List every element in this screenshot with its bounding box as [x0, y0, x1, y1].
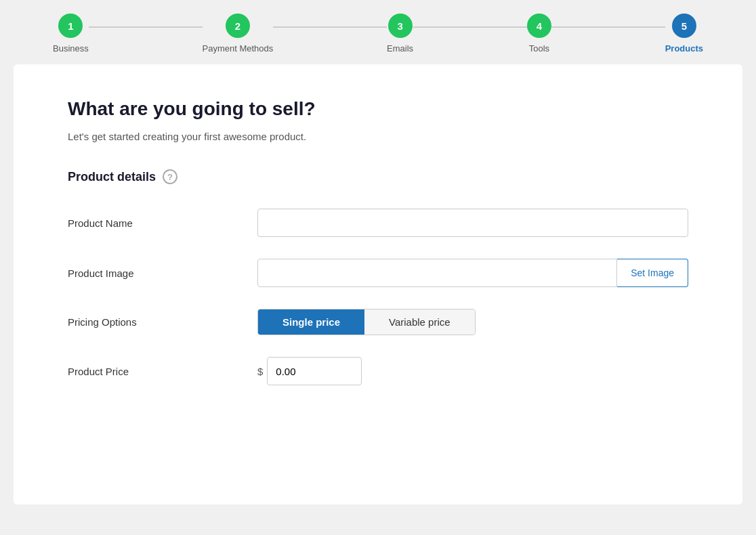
page-title: What are you going to sell?	[68, 98, 688, 120]
help-icon[interactable]: ?	[163, 169, 177, 184]
step-1-circle: 1	[58, 14, 83, 38]
main-card: What are you going to sell? Let's get st…	[14, 64, 742, 505]
step-line-1	[89, 26, 203, 28]
single-price-button[interactable]: Single price	[258, 309, 364, 335]
product-name-control	[257, 209, 688, 237]
currency-symbol: $	[257, 366, 263, 377]
step-4-circle: 4	[527, 14, 551, 38]
question-mark: ?	[167, 172, 173, 182]
product-name-row: Product Name	[68, 209, 688, 237]
step-2-label: Payment Methods	[203, 43, 274, 53]
image-input-wrap: Set Image	[257, 259, 688, 287]
step-5[interactable]: 5 Products	[665, 14, 703, 53]
pricing-options-row: Pricing Options Single price Variable pr…	[68, 309, 688, 335]
step-line-3	[413, 26, 527, 28]
step-line-4	[551, 26, 665, 28]
stepper: 1 Business 2 Payment Methods 3 Emails 4 …	[0, 0, 756, 64]
step-2-circle: 2	[226, 14, 250, 38]
pricing-options-label: Pricing Options	[68, 316, 257, 328]
product-image-row: Product Image Set Image	[68, 259, 688, 287]
set-image-button[interactable]: Set Image	[617, 259, 688, 287]
page-subtitle: Let's get started creating your first aw…	[68, 131, 688, 142]
step-1[interactable]: 1 Business	[53, 14, 89, 53]
step-3-circle: 3	[388, 14, 413, 38]
pricing-options-control: Single price Variable price	[257, 309, 688, 335]
section-title: Product details	[68, 170, 156, 184]
step-5-circle: 5	[672, 14, 696, 38]
step-4[interactable]: 4 Tools	[527, 14, 551, 53]
section-title-row: Product details ?	[68, 169, 688, 184]
price-input-wrap: $	[257, 357, 688, 385]
step-line-2	[273, 26, 387, 28]
product-price-label: Product Price	[68, 366, 257, 377]
step-1-label: Business	[53, 43, 89, 53]
variable-price-button[interactable]: Variable price	[364, 309, 475, 335]
product-price-row: Product Price $	[68, 357, 688, 385]
product-image-label: Product Image	[68, 268, 257, 279]
product-price-input[interactable]	[267, 357, 362, 385]
pricing-toggle: Single price Variable price	[257, 309, 476, 335]
step-2[interactable]: 2 Payment Methods	[203, 14, 274, 53]
product-image-input[interactable]	[257, 259, 617, 287]
product-name-input[interactable]	[257, 209, 688, 237]
step-5-label: Products	[665, 43, 703, 53]
step-4-label: Tools	[529, 43, 549, 53]
step-3-label: Emails	[387, 43, 413, 53]
step-3[interactable]: 3 Emails	[387, 14, 413, 53]
product-price-control: $	[257, 357, 688, 385]
product-name-label: Product Name	[68, 217, 257, 229]
product-image-control: Set Image	[257, 259, 688, 287]
